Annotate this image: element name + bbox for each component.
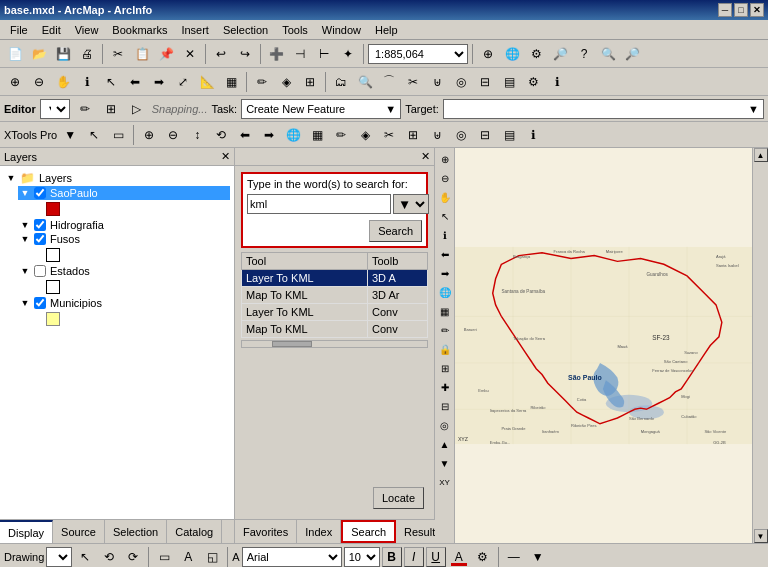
- map-circle[interactable]: ◎: [436, 416, 454, 434]
- tab-search[interactable]: Search: [341, 520, 396, 543]
- draw-text[interactable]: A: [177, 546, 199, 568]
- catalog-btn[interactable]: 🗂: [330, 71, 352, 93]
- forward-btn[interactable]: ➡: [148, 71, 170, 93]
- estados-expand[interactable]: ▼: [20, 266, 30, 276]
- help-btn[interactable]: ?: [573, 43, 595, 65]
- map-plus[interactable]: ⊞: [436, 359, 454, 377]
- map-back[interactable]: ⬅: [436, 245, 454, 263]
- arc-btn[interactable]: ⌒: [378, 71, 400, 93]
- tb-btn-c[interactable]: ⚙: [525, 43, 547, 65]
- vertex-btn[interactable]: ◈: [275, 71, 297, 93]
- toc-item-estados[interactable]: ▼ Estados: [18, 264, 230, 278]
- toc-item-fusos[interactable]: ▼ Fusos: [18, 232, 230, 246]
- xtools-btn13[interactable]: ✂: [378, 124, 400, 146]
- draw-something2[interactable]: ◱: [201, 546, 223, 568]
- toc-close-btn[interactable]: ✕: [221, 150, 230, 163]
- tab-selection[interactable]: Selection: [105, 520, 167, 543]
- xtools-btn2[interactable]: ▭: [107, 124, 129, 146]
- info2-btn[interactable]: ℹ: [546, 71, 568, 93]
- menu-bookmarks[interactable]: Bookmarks: [106, 22, 173, 38]
- toc-item-hidrografia[interactable]: ▼ Hidrografia: [18, 218, 230, 232]
- tb-btn-b[interactable]: 🌐: [501, 43, 523, 65]
- hidrografia-expand[interactable]: ▼: [20, 220, 30, 230]
- scroll-down-btn[interactable]: ▼: [754, 529, 768, 543]
- close-button[interactable]: ✕: [750, 3, 764, 17]
- search-tool-btn[interactable]: 🔍: [354, 71, 376, 93]
- map-arrow-down[interactable]: ▼: [436, 454, 454, 472]
- buffer-btn[interactable]: ◎: [450, 71, 472, 93]
- table-row[interactable]: Map To KML Conv: [242, 321, 428, 338]
- nav2-btn[interactable]: ⊢: [313, 43, 335, 65]
- italic-button[interactable]: I: [404, 547, 424, 567]
- search-panel-close-btn[interactable]: ✕: [421, 150, 430, 163]
- reshape-btn[interactable]: ⊞: [299, 71, 321, 93]
- open-btn[interactable]: 📂: [28, 43, 50, 65]
- snip-btn[interactable]: ⊟: [474, 71, 496, 93]
- print-btn[interactable]: 🖨: [76, 43, 98, 65]
- fusos-expand[interactable]: ▼: [20, 234, 30, 244]
- undo-btn[interactable]: ↩: [210, 43, 232, 65]
- underline-button[interactable]: U: [426, 547, 446, 567]
- fusos-checkbox[interactable]: [34, 233, 46, 245]
- draw-something[interactable]: ⟳: [122, 546, 144, 568]
- tab-display[interactable]: Display: [0, 520, 53, 543]
- fill-btn[interactable]: ▼: [527, 546, 549, 568]
- tb-btn-d[interactable]: 🔎: [549, 43, 571, 65]
- add-data-btn[interactable]: ➕: [265, 43, 287, 65]
- table-row[interactable]: Map To KML 3D Ar: [242, 287, 428, 304]
- copy-btn[interactable]: 📋: [131, 43, 153, 65]
- select-btn[interactable]: ↖: [100, 71, 122, 93]
- menu-help[interactable]: Help: [369, 22, 404, 38]
- zoom-in-btn[interactable]: 🔍: [597, 43, 619, 65]
- draw-rotate[interactable]: ⟲: [98, 546, 120, 568]
- xtools-btn11[interactable]: ✏: [330, 124, 352, 146]
- cut-btn[interactable]: ✂: [107, 43, 129, 65]
- xtools-btn1[interactable]: ↖: [83, 124, 105, 146]
- table-row[interactable]: Layer To KML Conv: [242, 304, 428, 321]
- tb-btn-a[interactable]: ⊕: [477, 43, 499, 65]
- identify-btn[interactable]: ℹ: [76, 71, 98, 93]
- maximize-button[interactable]: □: [734, 3, 748, 17]
- menu-tools[interactable]: Tools: [276, 22, 314, 38]
- xtools-btn9[interactable]: 🌐: [282, 124, 304, 146]
- map-select[interactable]: ↖: [436, 207, 454, 225]
- locate-button[interactable]: Locate: [373, 487, 424, 509]
- drawing-dropdown[interactable]: ▼: [46, 547, 72, 567]
- menu-file[interactable]: File: [4, 22, 34, 38]
- tab-favorites[interactable]: Favorites: [235, 520, 297, 543]
- saopulo-expand[interactable]: ▼: [20, 188, 30, 198]
- nav1-btn[interactable]: ⊣: [289, 43, 311, 65]
- scroll-up-btn[interactable]: ▲: [754, 148, 768, 162]
- municipios-expand[interactable]: ▼: [20, 298, 30, 308]
- saopulo-checkbox[interactable]: [34, 187, 46, 199]
- back-btn[interactable]: ⬅: [124, 71, 146, 93]
- draw-rect[interactable]: ▭: [153, 546, 175, 568]
- xtools-btn16[interactable]: ◎: [450, 124, 472, 146]
- tab-source[interactable]: Source: [53, 520, 105, 543]
- results-scrollbar-thumb[interactable]: [272, 341, 312, 347]
- map-cross[interactable]: ✚: [436, 378, 454, 396]
- map-minus[interactable]: ⊟: [436, 397, 454, 415]
- line-color-btn[interactable]: —: [503, 546, 525, 568]
- task-box[interactable]: Create New Feature ▼: [241, 99, 401, 119]
- paste-btn[interactable]: 📌: [155, 43, 177, 65]
- map-zoom-out[interactable]: ⊖: [436, 169, 454, 187]
- map-lock[interactable]: 🔒: [436, 340, 454, 358]
- font-select[interactable]: Arial: [242, 547, 342, 567]
- results-scrollbar[interactable]: [241, 340, 428, 348]
- estados-checkbox[interactable]: [34, 265, 46, 277]
- font-color-btn[interactable]: A: [448, 546, 470, 568]
- toc-item-municipios[interactable]: ▼ Municipios: [18, 296, 230, 310]
- delete-btn[interactable]: ✕: [179, 43, 201, 65]
- map-zoom-in[interactable]: ⊕: [436, 150, 454, 168]
- xtools-btn6[interactable]: ⟲: [210, 124, 232, 146]
- xtools-btn8[interactable]: ➡: [258, 124, 280, 146]
- xtools-btn14[interactable]: ⊞: [402, 124, 424, 146]
- tab-index[interactable]: Index: [297, 520, 341, 543]
- map-arrow-up[interactable]: ▲: [436, 435, 454, 453]
- layers-expand[interactable]: ▼: [6, 173, 16, 183]
- edit-btn2[interactable]: ⊞: [100, 98, 122, 120]
- menu-edit[interactable]: Edit: [36, 22, 67, 38]
- editor-dropdown[interactable]: ▼: [40, 99, 70, 119]
- zoom-in2[interactable]: ⊕: [4, 71, 26, 93]
